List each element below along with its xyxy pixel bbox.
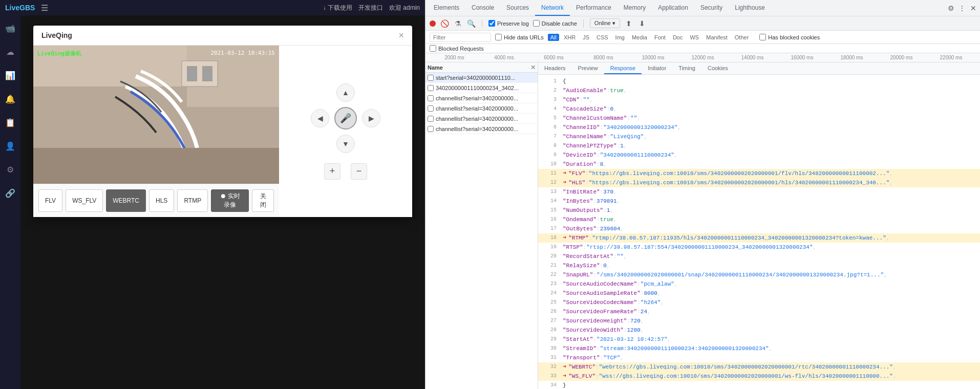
ptz-zoom-in-button[interactable]: + [324, 163, 340, 180]
modal-close-button[interactable]: × [398, 31, 404, 40]
disable-cache-checkbox[interactable] [533, 20, 540, 27]
ptz-center-button[interactable]: 🎤 [334, 107, 357, 129]
request-item-2[interactable]: channellist?serial=3402000000... [425, 93, 538, 103]
filter-other[interactable]: Other [732, 34, 752, 41]
filter-types: All XHR JS CSS Img Media Font Doc WS Man… [548, 34, 752, 41]
tab-cookies[interactable]: Cookies [701, 62, 734, 74]
format-wsflv-button[interactable]: WS_FLV [66, 189, 103, 212]
json-line-28: 28"SourceVideoWidth": 1280, [538, 326, 980, 335]
json-line-19: 19"RTSP": "rtsp://39.98.57.187:554/34020… [538, 243, 980, 252]
ptz-down-button[interactable]: ▼ [336, 135, 355, 153]
filter-css[interactable]: CSS [594, 34, 611, 41]
tab-elements[interactable]: Elements [428, 0, 465, 16]
request-checkbox-2[interactable] [428, 95, 434, 101]
request-item-4[interactable]: channellist?serial=3402000000... [425, 114, 538, 124]
sidebar-item-8[interactable]: 🔗 [3, 185, 18, 201]
tab-console[interactable]: Console [465, 0, 500, 16]
sidebar-item-7[interactable]: ⚙ [3, 162, 18, 177]
tab-preview[interactable]: Preview [572, 62, 604, 74]
record-button[interactable]: ⏺ 实时录像 [211, 189, 249, 212]
request-item-1[interactable]: 34020000001110000234_3402... [425, 83, 538, 93]
filter-doc[interactable]: Doc [670, 34, 686, 41]
sidebar-item-4[interactable]: 🔔 [3, 91, 18, 106]
request-checkbox-4[interactable] [428, 116, 434, 122]
blocked-requests-checkbox[interactable] [430, 45, 436, 52]
tab-initiator[interactable]: Initiator [642, 62, 672, 74]
tab-headers[interactable]: Headers [538, 62, 572, 74]
hamburger-menu[interactable]: ☰ [41, 3, 48, 13]
online-dropdown[interactable]: Online ▾ [590, 18, 620, 28]
filter-all[interactable]: All [548, 34, 559, 41]
tab-sources[interactable]: Sources [500, 0, 535, 16]
sidebar-item-5[interactable]: 📋 [3, 115, 18, 130]
filter-manifest[interactable]: Manifest [704, 34, 730, 41]
format-hls-button[interactable]: HLS [149, 189, 174, 212]
blocked-cookies-checkbox[interactable] [759, 34, 766, 40]
disable-cache-text: Disable cache [542, 20, 577, 27]
timeline-bar: 2000 ms 4000 ms 6000 ms 8000 ms 10000 ms… [425, 53, 980, 62]
tab-security[interactable]: Security [694, 0, 729, 16]
filter-media[interactable]: Media [629, 34, 650, 41]
request-item-0[interactable]: start?serial=34020000001110... [425, 73, 538, 83]
tab-memory[interactable]: Memory [617, 0, 652, 16]
ptz-right-button[interactable]: ▶ [362, 109, 380, 127]
video-section: LiveQing摄像机 2021-03-12 10:43:15 FLV WS_F… [33, 46, 279, 217]
more-icon[interactable]: ⋮ [957, 4, 967, 13]
filter-xhr[interactable]: XHR [561, 34, 578, 41]
tab-timing[interactable]: Timing [672, 62, 701, 74]
settings-icon[interactable]: ⚙ [946, 4, 955, 13]
json-line-14: 14"InBytes": 379891, [538, 197, 980, 206]
request-checkbox-5[interactable] [428, 126, 434, 132]
sidebar-item-2[interactable]: ☁ [3, 44, 18, 59]
format-flv-button[interactable]: FLV [38, 189, 62, 212]
json-line-1: 1{ [538, 77, 980, 86]
sidebar-item-6[interactable]: 👤 [3, 138, 18, 154]
ptz-zoom-out-button[interactable]: − [351, 163, 367, 180]
download-icon[interactable]: ⬇ [637, 19, 647, 28]
sidebar-item-1[interactable]: 📹 [3, 20, 18, 36]
preserve-log-checkbox[interactable] [488, 20, 495, 27]
request-checkbox-0[interactable] [428, 75, 434, 81]
tab-response[interactable]: Response [604, 62, 642, 74]
filter-js[interactable]: JS [580, 34, 592, 41]
json-line-9: 9"DeviceID": "34020000001110000234", [538, 150, 980, 160]
camera-feed [33, 46, 279, 184]
blocked-cookies-label[interactable]: Has blocked cookies [759, 34, 820, 40]
hide-data-urls-checkbox[interactable] [495, 34, 502, 40]
request-item-3[interactable]: channellist?serial=3402000000... [425, 103, 538, 114]
json-line-15: 15"NumOutputs": 1, [538, 206, 980, 215]
hide-data-urls-label[interactable]: Hide data URLs [495, 34, 544, 40]
close-panel-button[interactable]: ✕ [530, 64, 536, 71]
record-button-devtools[interactable] [430, 20, 436, 27]
close-stream-button[interactable]: 关闭 [252, 189, 274, 212]
filter-ws[interactable]: WS [687, 34, 701, 41]
tab-network[interactable]: Network [535, 0, 570, 16]
sidebar-item-3[interactable]: 📊 [3, 68, 18, 83]
format-webrtc-button[interactable]: WEBRTC [106, 189, 146, 212]
modal-body: LiveQing摄像机 2021-03-12 10:43:15 FLV WS_F… [33, 46, 412, 217]
filter-font[interactable]: Font [652, 34, 668, 41]
filter-img[interactable]: Img [613, 34, 627, 41]
request-checkbox-3[interactable] [428, 105, 434, 112]
filter-icon[interactable]: ⚗ [453, 19, 462, 28]
format-rtmp-button[interactable]: RTMP [177, 189, 208, 212]
tab-performance[interactable]: Performance [570, 0, 617, 16]
filter-input[interactable] [430, 33, 491, 42]
tab-application[interactable]: Application [652, 0, 694, 16]
upload-icon[interactable]: ⬆ [624, 19, 633, 28]
request-item-5[interactable]: channellist?serial=3402000000... [425, 124, 538, 134]
ptz-left-button[interactable]: ◀ [311, 109, 329, 127]
disable-cache-label[interactable]: Disable cache [533, 20, 577, 27]
blocked-requests-text: Blocked Requests [438, 46, 484, 52]
detach-icon[interactable]: ✕ [969, 4, 978, 13]
tab-lighthouse[interactable]: Lighthouse [729, 0, 771, 16]
request-checkbox-1[interactable] [428, 85, 434, 91]
devtools-link[interactable]: 开发接口 [358, 4, 383, 12]
json-line-13: 13"InBitRate": 370, [538, 187, 980, 197]
clear-icon[interactable]: 🚫 [440, 19, 449, 28]
format-buttons: FLV WS_FLV WEBRTC HLS RTMP ⏺ 实时录像 关闭 [33, 184, 279, 217]
ptz-up-button[interactable]: ▲ [336, 83, 355, 102]
preserve-log-label[interactable]: Preserve log [488, 20, 529, 27]
download-link[interactable]: ↓ 下载使用 [323, 4, 352, 12]
search-icon[interactable]: 🔍 [466, 19, 476, 28]
